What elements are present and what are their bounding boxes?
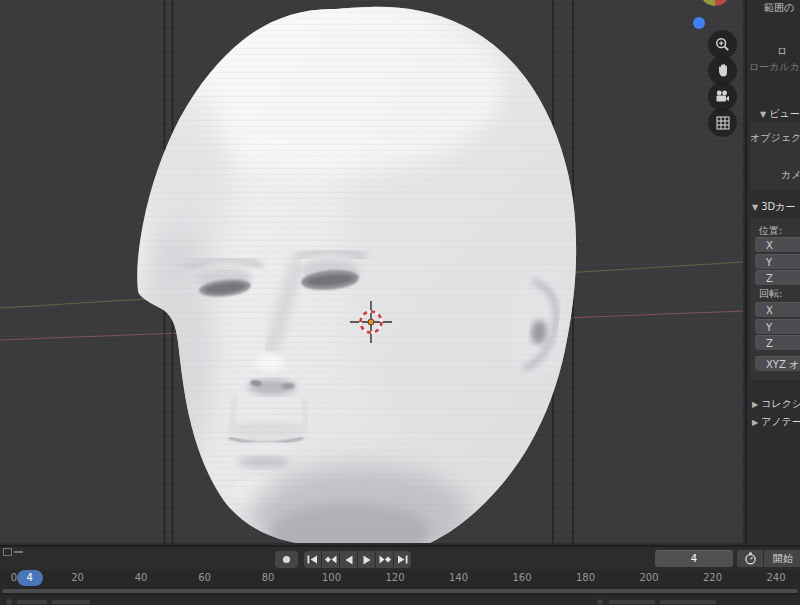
view-section-header[interactable]: ▼ビュー	[760, 107, 800, 121]
clip-range-label: 範囲の	[764, 1, 794, 15]
ruler-tick-40: 40	[126, 572, 156, 583]
ruler-tick-240: 240	[761, 572, 791, 583]
ruler-tick-200: 200	[634, 572, 664, 583]
triangle-closed-icon: ▶	[752, 400, 758, 409]
ruler-tick-20: 20	[63, 572, 93, 583]
movie-camera-icon	[715, 90, 730, 103]
pan-button[interactable]	[708, 56, 737, 85]
editor-menu-sliver[interactable]	[3, 548, 12, 556]
axis-field-x[interactable]: X	[755, 237, 800, 252]
ruler-tick-120: 120	[380, 572, 410, 583]
lock-label-fragment: ロ	[777, 44, 787, 58]
current-frame-field[interactable]: 4	[655, 550, 733, 567]
jump-to-end-button[interactable]	[394, 551, 411, 568]
axis-field-z[interactable]: Z	[755, 270, 800, 285]
grid-icon	[716, 116, 730, 130]
previous-keyframe-icon	[325, 555, 337, 564]
play-button[interactable]	[358, 551, 375, 568]
record-icon	[282, 555, 291, 564]
head-model	[100, 0, 645, 543]
jump-to-start-icon	[307, 555, 318, 564]
magnifier-plus-icon	[715, 37, 730, 52]
ruler-tick-180: 180	[571, 572, 601, 583]
editor-menu-sliver[interactable]	[14, 551, 23, 553]
axis-field-y[interactable]: Y	[755, 254, 800, 269]
local-camera-label: ローカルカ	[749, 60, 800, 74]
viewport-sidebar: 範囲の ロ ローカルカ ▼ビュー オブジェク カメ ▼3Dカー 位置: 回転: …	[745, 0, 800, 543]
stopwatch-icon	[744, 552, 757, 565]
ruler-tick-100: 100	[317, 572, 347, 583]
zoom-button[interactable]	[708, 30, 737, 59]
next-keyframe-icon	[379, 555, 391, 564]
play-reverse-icon	[345, 555, 353, 565]
cursor-section-header[interactable]: ▼3Dカー	[752, 200, 795, 214]
previous-keyframe-button[interactable]	[322, 551, 339, 568]
camera-label: カメ	[781, 168, 800, 182]
gizmo-axis-blue[interactable]	[693, 17, 705, 29]
hand-icon	[716, 63, 730, 78]
auto-keyframe-button[interactable]	[275, 551, 298, 568]
current-frame-indicator[interactable]: 4	[17, 570, 43, 586]
use-preview-range-button[interactable]	[737, 550, 763, 567]
triangle-open-icon: ▼	[752, 203, 758, 212]
timeline-scrollbar-handle[interactable]	[2, 589, 798, 593]
grid-toggle-button[interactable]	[708, 108, 737, 137]
blender-window: 範囲の ロ ローカルカ ▼ビュー オブジェク カメ ▼3Dカー 位置: 回転: …	[0, 0, 800, 605]
triangle-open-icon: ▼	[760, 110, 766, 119]
play-reverse-button[interactable]	[340, 551, 357, 568]
jump-to-start-button[interactable]	[304, 551, 321, 568]
3d-scene	[0, 0, 743, 543]
camera-view-button[interactable]	[708, 82, 737, 111]
axis-field-z[interactable]: Z	[755, 335, 800, 350]
ruler-tick-60: 60	[190, 572, 220, 583]
euler-order-select[interactable]: XYZ オイラ	[755, 356, 800, 371]
position-label: 位置:	[759, 224, 782, 238]
axis-field-x[interactable]: X	[755, 302, 800, 317]
timeline-ruler[interactable]: 020406080100120140160180200220240 4	[0, 570, 800, 588]
ruler-tick-220: 220	[698, 572, 728, 583]
3d-viewport[interactable]	[0, 0, 743, 543]
timeline-header: 4 開始	[0, 545, 800, 570]
ruler-tick-160: 160	[507, 572, 537, 583]
collections-section-header[interactable]: ▶コレクシ	[752, 397, 800, 411]
status-bar	[0, 594, 800, 605]
jump-to-end-icon	[397, 555, 408, 564]
start-frame-field[interactable]: 開始	[764, 550, 800, 567]
object-label: オブジェク	[750, 131, 800, 145]
ruler-tick-140: 140	[444, 572, 474, 583]
ruler-tick-80: 80	[253, 572, 283, 583]
axis-field-y[interactable]: Y	[755, 319, 800, 334]
triangle-closed-icon: ▶	[752, 418, 758, 427]
annotations-section-header[interactable]: ▶アノテー	[752, 415, 800, 429]
play-icon	[363, 555, 371, 565]
next-keyframe-button[interactable]	[376, 551, 393, 568]
rotation-label: 回転:	[759, 287, 782, 301]
playback-controls	[304, 551, 411, 568]
